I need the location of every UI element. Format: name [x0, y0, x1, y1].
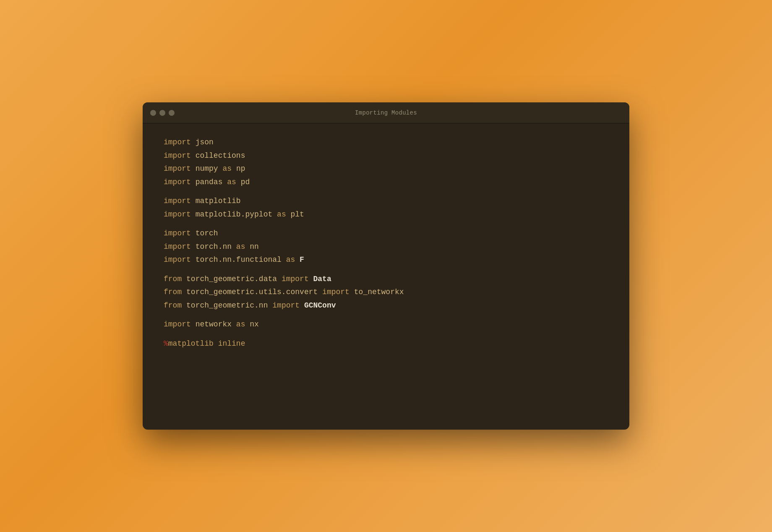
blank-2 — [164, 221, 608, 227]
line-6: import matplotlib.pyplot as plt — [164, 208, 608, 222]
alias-np: np — [236, 164, 245, 173]
titlebar: Importing Modules — [143, 102, 629, 123]
line-3: import numpy as np — [164, 162, 608, 176]
magic-percent: % — [164, 339, 168, 348]
keyword-import: import — [164, 229, 191, 237]
alias-nn: nn — [250, 243, 259, 251]
keyword-as: as — [236, 243, 245, 251]
keyword-as: as — [222, 164, 232, 173]
keyword-from: from — [164, 275, 182, 283]
keyword-import: import — [164, 210, 191, 219]
keyword-import: import — [164, 243, 191, 251]
blank-3 — [164, 267, 608, 273]
blank-4 — [164, 312, 608, 318]
keyword-as: as — [286, 256, 295, 264]
alias-nx: nx — [250, 320, 259, 329]
keyword-as: as — [236, 320, 245, 329]
alias-F: F — [300, 256, 304, 264]
keyword-as: as — [227, 178, 236, 186]
module-tg-utils-convert: torch_geometric.utils.convert — [186, 288, 318, 296]
line-2: import collections — [164, 149, 608, 163]
keyword-import: import — [164, 178, 191, 186]
keyword-import: import — [164, 320, 191, 329]
alias-pd: pd — [241, 178, 250, 186]
module-torch-nn-functional: torch.nn.functional — [196, 256, 282, 264]
traffic-lights — [150, 110, 175, 116]
window-title: Importing Modules — [355, 110, 417, 116]
line-11: from torch_geometric.utils.convert impor… — [164, 286, 608, 299]
line-1: import json — [164, 136, 608, 149]
line-12: from torch_geometric.nn import GCNConv — [164, 299, 608, 313]
module-matplotlib-pyplot: matplotlib.pyplot — [196, 210, 273, 219]
magic-command: matplotlib inline — [168, 339, 245, 348]
keyword-import: import — [272, 301, 300, 310]
keyword-from: from — [164, 288, 182, 296]
line-9: import torch.nn.functional as F — [164, 253, 608, 267]
close-button[interactable] — [150, 110, 156, 116]
keyword-import: import — [322, 288, 349, 296]
terminal-window: Importing Modules import json import col… — [143, 102, 629, 430]
keyword-import: import — [164, 138, 191, 146]
module-torch: torch — [196, 229, 218, 237]
module-tg-data: torch_geometric.data — [186, 275, 277, 283]
code-area: import json import collections import nu… — [143, 123, 629, 367]
line-5: import matplotlib — [164, 195, 608, 208]
name-GCNConv: GCNConv — [304, 301, 336, 310]
keyword-from: from — [164, 301, 182, 310]
keyword-import: import — [164, 151, 191, 160]
keyword-import: import — [282, 275, 309, 283]
line-10: from torch_geometric.data import Data — [164, 273, 608, 286]
module-pandas: pandas — [196, 178, 223, 186]
blank-5 — [164, 331, 608, 337]
module-torch-nn: torch.nn — [196, 243, 232, 251]
name-Data: Data — [313, 275, 331, 283]
keyword-as: as — [277, 210, 286, 219]
line-4: import pandas as pd — [164, 176, 608, 189]
line-7: import torch — [164, 227, 608, 240]
line-13: import networkx as nx — [164, 318, 608, 331]
line-8: import torch.nn as nn — [164, 240, 608, 254]
module-matplotlib: matplotlib — [196, 197, 241, 205]
module-json: json — [196, 138, 214, 146]
keyword-import: import — [164, 256, 191, 264]
name-to-networkx: to_networkx — [354, 288, 404, 296]
module-collections: collections — [196, 151, 245, 160]
line-14: %matplotlib inline — [164, 337, 608, 351]
maximize-button[interactable] — [169, 110, 175, 116]
minimize-button[interactable] — [159, 110, 165, 116]
module-networkx: networkx — [196, 320, 232, 329]
blank-1 — [164, 189, 608, 195]
alias-plt: plt — [291, 210, 304, 219]
module-tg-nn: torch_geometric.nn — [186, 301, 268, 310]
keyword-import: import — [164, 197, 191, 205]
module-numpy: numpy — [196, 164, 218, 173]
keyword-import: import — [164, 164, 191, 173]
